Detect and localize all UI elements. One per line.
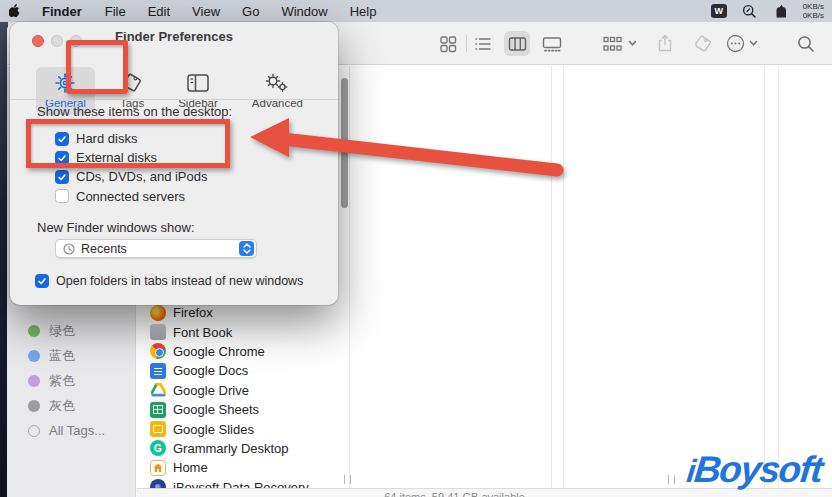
recents-clock-icon — [63, 243, 75, 255]
icon-view-icon — [439, 35, 457, 53]
column-view-button[interactable] — [504, 31, 530, 56]
checkbox-row-open-in-tabs[interactable]: Open folders in tabs instead of new wind… — [35, 274, 303, 288]
open-in-tabs-checkbox[interactable] — [35, 274, 49, 288]
menu-window[interactable]: Window — [270, 4, 338, 19]
file-name: Google Drive — [173, 383, 249, 398]
list-view-button[interactable] — [470, 31, 496, 56]
gallery-view-button[interactable] — [539, 31, 565, 56]
search-icon — [797, 35, 815, 53]
all-tags-icon — [28, 425, 40, 437]
menu-edit[interactable]: Edit — [137, 4, 181, 19]
menu-go[interactable]: Go — [231, 4, 270, 19]
list-item-google-drive[interactable]: Google Drive — [150, 381, 345, 400]
home-icon — [150, 460, 166, 476]
sidebar-tag-gray[interactable]: 灰色 — [7, 393, 135, 418]
list-item-font-book[interactable]: Font Book — [150, 322, 345, 341]
list-scrollbar[interactable] — [341, 78, 348, 208]
column-resize-handle[interactable] — [344, 475, 351, 484]
gears-icon — [264, 72, 290, 94]
checkbox-row-cds-dvds[interactable]: CDs, DVDs, and iPods — [55, 167, 208, 186]
file-name: Firefox — [173, 305, 213, 320]
toolbar-divider — [466, 35, 467, 52]
tab-advanced[interactable]: Advanced — [243, 67, 312, 115]
green-tag-dot — [28, 325, 40, 337]
file-name: Google Sheets — [173, 402, 259, 417]
google-docs-icon — [150, 363, 166, 379]
ink-status-icon[interactable] — [772, 3, 790, 19]
window-title: Finder Preferences — [10, 29, 338, 44]
cds-dvds-checkbox[interactable] — [55, 170, 69, 184]
search-button[interactable] — [793, 31, 819, 56]
column-divider — [551, 66, 552, 488]
gallery-view-icon — [542, 35, 562, 53]
menu-file[interactable]: File — [94, 4, 137, 19]
menu-bar-status-area: W 0KB/s 0KB/s — [710, 2, 832, 20]
tag-label: 蓝色 — [49, 347, 75, 365]
tag-button[interactable] — [690, 31, 716, 56]
more-actions-button[interactable] — [721, 31, 763, 56]
column-resize-handle[interactable] — [668, 475, 675, 484]
file-list: Firefox Font Book Google Chrome Google D… — [150, 303, 345, 497]
annotation-box-disk-checkboxes — [26, 119, 230, 168]
new-finder-windows-select[interactable]: Recents — [55, 239, 257, 258]
tag-icon — [694, 35, 713, 53]
list-view-icon — [474, 35, 492, 53]
file-name: Google Slides — [173, 422, 254, 437]
tag-label: All Tags... — [49, 423, 105, 438]
list-item-grammarly-desktop[interactable]: G Grammarly Desktop — [150, 439, 345, 458]
sidebar-all-tags[interactable]: All Tags... — [7, 418, 135, 443]
file-name: Home — [173, 460, 208, 475]
menu-view[interactable]: View — [181, 4, 231, 19]
iboysoft-logo: iBoysoft — [685, 449, 824, 491]
apple-icon — [9, 4, 22, 19]
group-by-icon — [602, 35, 624, 53]
column-view-icon — [508, 35, 527, 53]
list-item-firefox[interactable]: Firefox — [150, 303, 345, 322]
screenshot-root: { "menu_bar": { "items": ["Finder", "Fil… — [0, 0, 832, 497]
share-button[interactable] — [652, 31, 678, 56]
sidebar-tag-blue[interactable]: 蓝色 — [7, 343, 135, 368]
google-slides-icon — [150, 421, 166, 437]
tag-label: 灰色 — [49, 397, 75, 415]
group-by-button[interactable] — [597, 31, 641, 56]
firefox-icon — [150, 305, 166, 321]
selected-value: Recents — [81, 242, 127, 256]
font-book-icon — [150, 324, 166, 340]
list-item-home[interactable]: Home — [150, 458, 345, 477]
network-speed: 0KB/s 0KB/s — [803, 2, 824, 20]
w-app-menu-icon[interactable]: W — [710, 3, 728, 19]
menu-finder[interactable]: Finder — [30, 4, 94, 19]
list-item-google-docs[interactable]: Google Docs — [150, 361, 345, 380]
apple-menu[interactable] — [0, 4, 30, 19]
google-drive-icon — [150, 382, 166, 398]
column-divider — [563, 66, 564, 488]
connected-servers-checkbox[interactable] — [55, 189, 69, 203]
checkbox-label: Connected servers — [76, 189, 185, 204]
new-finder-windows-label: New Finder windows show: — [37, 220, 195, 235]
file-name: Grammarly Desktop — [173, 441, 289, 456]
status-text: 64 items, 59.41 GB available — [137, 491, 772, 497]
menu-bar: Finder File Edit View Go Window Help W 0… — [0, 0, 832, 22]
file-name: Google Chrome — [173, 344, 265, 359]
google-sheets-icon — [150, 402, 166, 418]
list-item-google-sheets[interactable]: Google Sheets — [150, 400, 345, 419]
sidebar-tag-green[interactable]: 绿色 — [7, 318, 135, 343]
column-divider — [764, 66, 765, 488]
list-item-google-slides[interactable]: Google Slides — [150, 419, 345, 438]
stepper-icon — [239, 241, 254, 256]
w-badge: W — [711, 4, 727, 18]
file-name: Google Docs — [173, 363, 248, 378]
desktop-items-label: Show these items on the desktop: — [37, 104, 232, 119]
search-utility-icon[interactable] — [741, 3, 759, 19]
checkbox-row-connected-servers[interactable]: Connected servers — [55, 187, 208, 206]
sidebar-tag-purple[interactable]: 紫色 — [7, 368, 135, 393]
menu-help[interactable]: Help — [339, 4, 388, 19]
list-item-google-chrome[interactable]: Google Chrome — [150, 342, 345, 361]
tag-label: 绿色 — [49, 322, 75, 340]
check-icon — [57, 172, 67, 182]
grammarly-icon: G — [150, 440, 166, 456]
chevron-down-icon — [749, 40, 758, 47]
checkbox-label: CDs, DVDs, and iPods — [76, 169, 208, 184]
tag-label: 紫色 — [49, 372, 75, 390]
icon-view-button[interactable] — [435, 31, 461, 56]
